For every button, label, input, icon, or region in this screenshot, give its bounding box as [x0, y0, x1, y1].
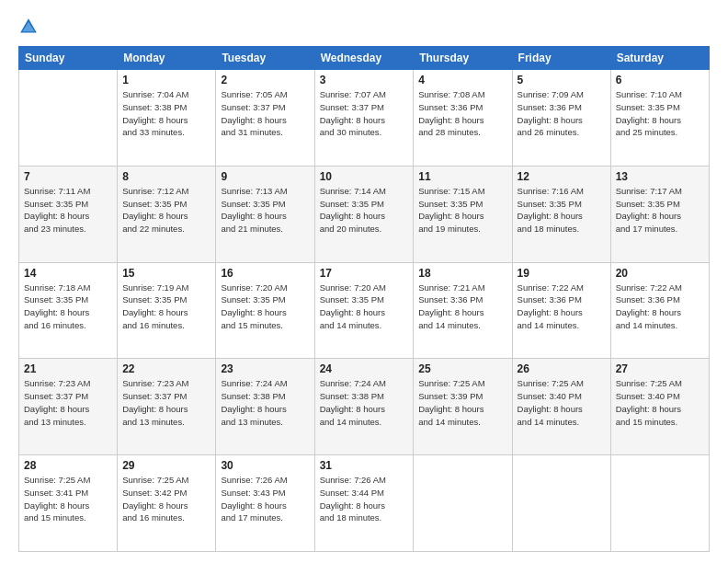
- day-info: Sunrise: 7:20 AM Sunset: 3:35 PM Dayligh…: [221, 282, 309, 332]
- day-info: Sunrise: 7:24 AM Sunset: 3:38 PM Dayligh…: [320, 377, 409, 428]
- day-info: Sunrise: 7:26 AM Sunset: 3:44 PM Dayligh…: [320, 474, 409, 524]
- calendar-week-row: 28Sunrise: 7:25 AM Sunset: 3:41 PM Dayli…: [19, 455, 710, 552]
- calendar-cell: 4Sunrise: 7:08 AM Sunset: 3:36 PM Daylig…: [414, 70, 512, 167]
- day-number: 3: [320, 74, 409, 86]
- day-info: Sunrise: 7:22 AM Sunset: 3:36 PM Dayligh…: [616, 282, 704, 332]
- calendar-week-row: 7Sunrise: 7:11 AM Sunset: 3:35 PM Daylig…: [19, 166, 710, 262]
- calendar-cell: 7Sunrise: 7:11 AM Sunset: 3:35 PM Daylig…: [19, 166, 118, 262]
- day-info: Sunrise: 7:13 AM Sunset: 3:35 PM Dayligh…: [221, 185, 309, 236]
- day-number: 21: [24, 362, 112, 375]
- calendar-cell: 22Sunrise: 7:23 AM Sunset: 3:37 PM Dayli…: [118, 359, 216, 455]
- day-number: 29: [122, 459, 210, 472]
- calendar-cell: 8Sunrise: 7:12 AM Sunset: 3:35 PM Daylig…: [118, 166, 216, 262]
- calendar-header-row: SundayMondayTuesdayWednesdayThursdayFrid…: [19, 47, 710, 70]
- day-info: Sunrise: 7:17 AM Sunset: 3:35 PM Dayligh…: [616, 185, 704, 236]
- calendar-header-monday: Monday: [118, 47, 216, 70]
- day-info: Sunrise: 7:18 AM Sunset: 3:35 PM Dayligh…: [24, 282, 112, 332]
- calendar-cell: [414, 455, 512, 552]
- calendar-cell: 15Sunrise: 7:19 AM Sunset: 3:35 PM Dayli…: [118, 262, 216, 359]
- calendar-cell: 3Sunrise: 7:07 AM Sunset: 3:37 PM Daylig…: [314, 70, 414, 167]
- calendar-cell: 20Sunrise: 7:22 AM Sunset: 3:36 PM Dayli…: [610, 262, 709, 359]
- calendar-cell: 21Sunrise: 7:23 AM Sunset: 3:37 PM Dayli…: [19, 359, 118, 455]
- day-info: Sunrise: 7:05 AM Sunset: 3:37 PM Dayligh…: [221, 88, 309, 139]
- calendar-header-saturday: Saturday: [610, 47, 709, 70]
- calendar-week-row: 21Sunrise: 7:23 AM Sunset: 3:37 PM Dayli…: [19, 359, 710, 455]
- calendar-cell: 28Sunrise: 7:25 AM Sunset: 3:41 PM Dayli…: [19, 455, 118, 552]
- day-info: Sunrise: 7:07 AM Sunset: 3:37 PM Dayligh…: [320, 88, 409, 139]
- calendar-cell: [512, 455, 610, 552]
- day-number: 4: [418, 74, 506, 86]
- day-number: 16: [221, 267, 309, 280]
- calendar-cell: 19Sunrise: 7:22 AM Sunset: 3:36 PM Dayli…: [512, 262, 610, 359]
- day-info: Sunrise: 7:23 AM Sunset: 3:37 PM Dayligh…: [122, 377, 210, 428]
- calendar-cell: 10Sunrise: 7:14 AM Sunset: 3:35 PM Dayli…: [314, 166, 414, 262]
- day-info: Sunrise: 7:10 AM Sunset: 3:35 PM Dayligh…: [616, 88, 704, 139]
- calendar-cell: 24Sunrise: 7:24 AM Sunset: 3:38 PM Dayli…: [314, 359, 414, 455]
- calendar-cell: 1Sunrise: 7:04 AM Sunset: 3:38 PM Daylig…: [118, 70, 216, 167]
- calendar-cell: 12Sunrise: 7:16 AM Sunset: 3:35 PM Dayli…: [512, 166, 610, 262]
- day-number: 18: [418, 267, 506, 280]
- calendar-cell: 9Sunrise: 7:13 AM Sunset: 3:35 PM Daylig…: [216, 166, 314, 262]
- day-info: Sunrise: 7:25 AM Sunset: 3:40 PM Dayligh…: [616, 377, 704, 428]
- day-number: 24: [320, 362, 409, 375]
- day-info: Sunrise: 7:08 AM Sunset: 3:36 PM Dayligh…: [418, 88, 506, 139]
- day-number: 9: [221, 170, 309, 183]
- calendar-cell: 29Sunrise: 7:25 AM Sunset: 3:42 PM Dayli…: [118, 455, 216, 552]
- day-info: Sunrise: 7:19 AM Sunset: 3:35 PM Dayligh…: [122, 282, 210, 332]
- day-number: 19: [518, 267, 606, 280]
- day-info: Sunrise: 7:25 AM Sunset: 3:42 PM Dayligh…: [122, 474, 210, 524]
- day-info: Sunrise: 7:24 AM Sunset: 3:38 PM Dayligh…: [221, 377, 309, 428]
- calendar-header-wednesday: Wednesday: [314, 47, 414, 70]
- calendar-cell: 26Sunrise: 7:25 AM Sunset: 3:40 PM Dayli…: [512, 359, 610, 455]
- calendar-cell: 5Sunrise: 7:09 AM Sunset: 3:36 PM Daylig…: [512, 70, 610, 167]
- header: [18, 17, 710, 37]
- day-info: Sunrise: 7:21 AM Sunset: 3:36 PM Dayligh…: [418, 282, 506, 332]
- calendar-cell: 6Sunrise: 7:10 AM Sunset: 3:35 PM Daylig…: [610, 70, 709, 167]
- day-info: Sunrise: 7:04 AM Sunset: 3:38 PM Dayligh…: [122, 88, 210, 139]
- page: SundayMondayTuesdayWednesdayThursdayFrid…: [0, 0, 728, 563]
- day-info: Sunrise: 7:22 AM Sunset: 3:36 PM Dayligh…: [518, 282, 606, 332]
- day-number: 27: [616, 362, 704, 375]
- day-number: 5: [518, 74, 606, 86]
- calendar-header-tuesday: Tuesday: [216, 47, 314, 70]
- day-info: Sunrise: 7:25 AM Sunset: 3:39 PM Dayligh…: [418, 377, 506, 428]
- day-number: 7: [24, 170, 112, 183]
- day-info: Sunrise: 7:26 AM Sunset: 3:43 PM Dayligh…: [221, 474, 309, 524]
- day-info: Sunrise: 7:12 AM Sunset: 3:35 PM Dayligh…: [122, 185, 210, 236]
- calendar-week-row: 14Sunrise: 7:18 AM Sunset: 3:35 PM Dayli…: [19, 262, 710, 359]
- day-number: 1: [122, 74, 210, 86]
- calendar-cell: 18Sunrise: 7:21 AM Sunset: 3:36 PM Dayli…: [414, 262, 512, 359]
- calendar-cell: 14Sunrise: 7:18 AM Sunset: 3:35 PM Dayli…: [19, 262, 118, 359]
- day-info: Sunrise: 7:23 AM Sunset: 3:37 PM Dayligh…: [24, 377, 112, 428]
- day-number: 26: [518, 362, 606, 375]
- day-info: Sunrise: 7:09 AM Sunset: 3:36 PM Dayligh…: [518, 88, 606, 139]
- calendar-cell: 30Sunrise: 7:26 AM Sunset: 3:43 PM Dayli…: [216, 455, 314, 552]
- calendar-cell: [610, 455, 709, 552]
- calendar-cell: [19, 70, 118, 167]
- day-number: 31: [320, 459, 409, 472]
- day-number: 14: [24, 267, 112, 280]
- calendar-week-row: 1Sunrise: 7:04 AM Sunset: 3:38 PM Daylig…: [19, 70, 710, 167]
- day-number: 20: [616, 267, 704, 280]
- calendar-cell: 31Sunrise: 7:26 AM Sunset: 3:44 PM Dayli…: [314, 455, 414, 552]
- day-number: 11: [418, 170, 506, 183]
- calendar-header-friday: Friday: [512, 47, 610, 70]
- day-info: Sunrise: 7:20 AM Sunset: 3:35 PM Dayligh…: [320, 282, 409, 332]
- day-number: 22: [122, 362, 210, 375]
- day-info: Sunrise: 7:16 AM Sunset: 3:35 PM Dayligh…: [518, 185, 606, 236]
- day-number: 12: [518, 170, 606, 183]
- day-info: Sunrise: 7:14 AM Sunset: 3:35 PM Dayligh…: [320, 185, 409, 236]
- day-number: 15: [122, 267, 210, 280]
- calendar-cell: 11Sunrise: 7:15 AM Sunset: 3:35 PM Dayli…: [414, 166, 512, 262]
- day-number: 28: [24, 459, 112, 472]
- day-number: 13: [616, 170, 704, 183]
- day-info: Sunrise: 7:25 AM Sunset: 3:40 PM Dayligh…: [518, 377, 606, 428]
- day-number: 25: [418, 362, 506, 375]
- day-number: 30: [221, 459, 309, 472]
- calendar-cell: 2Sunrise: 7:05 AM Sunset: 3:37 PM Daylig…: [216, 70, 314, 167]
- day-info: Sunrise: 7:15 AM Sunset: 3:35 PM Dayligh…: [418, 185, 506, 236]
- logo: [18, 17, 42, 37]
- day-number: 2: [221, 74, 309, 86]
- day-number: 10: [320, 170, 409, 183]
- calendar-header-sunday: Sunday: [19, 47, 118, 70]
